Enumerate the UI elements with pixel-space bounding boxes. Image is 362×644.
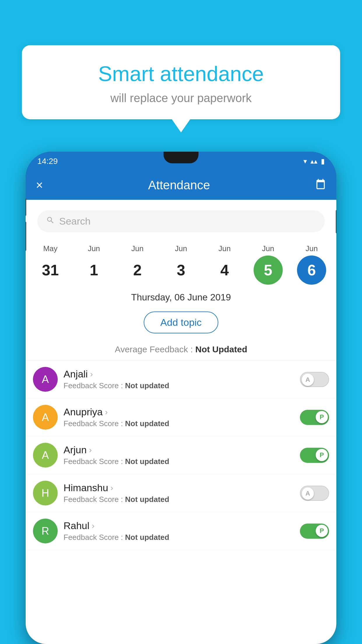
student-name: Rahul ›	[64, 520, 294, 531]
feedback-score: Feedback Score : Not updated	[64, 381, 294, 390]
chevron-icon: ›	[89, 445, 92, 455]
cal-date-number[interactable]: 5	[254, 256, 283, 285]
toggle-knob: P	[316, 525, 328, 537]
speech-bubble: Smart attendance will replace your paper…	[22, 45, 340, 119]
cal-date-number[interactable]: 3	[166, 256, 196, 285]
attendance-toggle[interactable]: P	[300, 448, 329, 463]
avatar: A	[33, 405, 58, 430]
student-info: Arjun ›Feedback Score : Not updated	[64, 444, 294, 466]
avatar: A	[33, 443, 58, 468]
battery-icon: ▮	[321, 157, 325, 165]
calendar-strip: May31Jun1Jun2Jun3Jun4Jun5Jun6	[26, 240, 336, 285]
attendance-toggle[interactable]: A	[300, 486, 329, 501]
selected-date: Thursday, 06 June 2019	[26, 285, 336, 307]
calendar-day[interactable]: May31	[31, 244, 69, 285]
student-item[interactable]: AAnjali ›Feedback Score : Not updatedA	[26, 360, 336, 398]
search-icon	[46, 216, 55, 227]
attendance-toggle[interactable]: A	[300, 372, 329, 387]
student-name: Arjun ›	[64, 444, 294, 456]
calendar-day[interactable]: Jun3	[162, 244, 200, 285]
volume-down-button	[26, 222, 26, 251]
phone-screen: Search May31Jun1Jun2Jun3Jun4Jun5Jun6 Thu…	[26, 200, 336, 644]
cal-date-number[interactable]: 6	[297, 256, 326, 285]
attendance-toggle[interactable]: P	[300, 524, 329, 539]
student-item[interactable]: AArjun ›Feedback Score : Not updatedP	[26, 436, 336, 474]
wifi-icon: ▾	[303, 157, 307, 165]
toggle-knob: P	[316, 411, 328, 423]
app-bar-title: Attendance	[148, 178, 210, 192]
cal-date-number[interactable]: 4	[210, 256, 239, 285]
student-info: Anjali ›Feedback Score : Not updated	[64, 368, 294, 390]
cal-month-label: May	[43, 244, 57, 253]
cal-month-label: Jun	[262, 244, 274, 253]
student-info: Himanshu ›Feedback Score : Not updated	[64, 482, 294, 504]
calendar-day[interactable]: Jun6	[293, 244, 331, 285]
feedback-score: Feedback Score : Not updated	[64, 533, 294, 542]
toggle-knob: P	[316, 449, 328, 461]
feedback-score: Feedback Score : Not updated	[64, 457, 294, 466]
cal-month-label: Jun	[175, 244, 187, 253]
calendar-day[interactable]: Jun4	[205, 244, 243, 285]
student-info: Anupriya ›Feedback Score : Not updated	[64, 406, 294, 428]
cal-month-label: Jun	[131, 244, 144, 253]
calendar-day[interactable]: Jun5	[249, 244, 287, 285]
student-item[interactable]: HHimanshu ›Feedback Score : Not updatedA	[26, 474, 336, 512]
volume-up-button	[26, 198, 26, 216]
status-time: 14:29	[37, 157, 58, 166]
student-info: Rahul ›Feedback Score : Not updated	[64, 520, 294, 542]
student-name: Anupriya ›	[64, 406, 294, 418]
close-button[interactable]: ×	[36, 178, 43, 192]
cal-month-label: Jun	[88, 244, 100, 253]
student-item[interactable]: RRahul ›Feedback Score : Not updatedP	[26, 512, 336, 550]
cal-date-number[interactable]: 31	[36, 256, 65, 285]
signal-icon: ▴▴	[310, 157, 317, 165]
toggle-knob: A	[302, 374, 314, 386]
student-item[interactable]: AAnupriya ›Feedback Score : Not updatedP	[26, 398, 336, 436]
avatar: R	[33, 519, 58, 543]
cal-month-label: Jun	[218, 244, 231, 253]
student-name: Anjali ›	[64, 368, 294, 380]
feedback-score: Feedback Score : Not updated	[64, 419, 294, 428]
attendance-toggle[interactable]: P	[300, 410, 329, 425]
cal-date-number[interactable]: 1	[79, 256, 108, 285]
chevron-icon: ›	[92, 521, 94, 531]
calendar-day[interactable]: Jun1	[75, 244, 113, 285]
avatar: H	[33, 481, 58, 505]
app-bar: × Attendance	[26, 171, 336, 200]
student-name: Himanshu ›	[64, 482, 294, 494]
chevron-icon: ›	[90, 370, 93, 379]
chevron-icon: ›	[110, 483, 113, 493]
notch	[164, 152, 198, 163]
add-topic-button[interactable]: Add topic	[144, 312, 218, 333]
status-icons: ▾ ▴▴ ▮	[303, 157, 325, 165]
cal-month-label: Jun	[305, 244, 318, 253]
search-bar[interactable]: Search	[37, 210, 325, 232]
avg-feedback-value: Not Updated	[195, 344, 247, 354]
status-bar: 14:29 ▾ ▴▴ ▮	[26, 152, 336, 171]
search-placeholder: Search	[59, 216, 91, 227]
bubble-title: Smart attendance	[39, 61, 323, 86]
feedback-score: Feedback Score : Not updated	[64, 495, 294, 504]
calendar-icon[interactable]	[315, 178, 326, 192]
student-list: AAnjali ›Feedback Score : Not updatedAAA…	[26, 360, 336, 550]
calendar-day[interactable]: Jun2	[119, 244, 157, 285]
toggle-knob: A	[302, 487, 314, 500]
avg-feedback: Average Feedback : Not Updated	[26, 343, 336, 360]
chevron-icon: ›	[105, 407, 108, 417]
bubble-subtitle: will replace your paperwork	[39, 92, 323, 105]
cal-date-number[interactable]: 2	[123, 256, 152, 285]
avatar: A	[33, 367, 58, 392]
power-button	[336, 210, 336, 233]
avg-feedback-label: Average Feedback :	[115, 344, 195, 354]
phone-top: 14:29 ▾ ▴▴ ▮ × Attendance	[26, 152, 336, 200]
phone-frame: 14:29 ▾ ▴▴ ▮ × Attendance	[26, 152, 336, 644]
